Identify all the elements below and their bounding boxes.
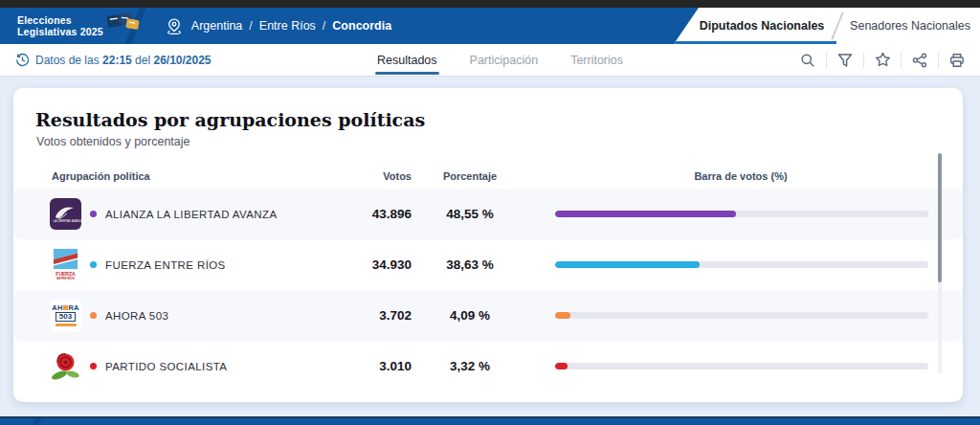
toolbar-divider	[826, 53, 827, 68]
filter-icon[interactable]	[835, 51, 855, 70]
tab-resultados[interactable]: Resultados	[375, 44, 439, 76]
breadcrumb-item-argentina[interactable]: Argentina	[191, 19, 243, 33]
view-tabs: Resultados Participación Territorios	[375, 44, 625, 76]
ballot-boxes-icon	[103, 10, 142, 34]
update-date: 26/10/2025	[153, 54, 211, 67]
table-header-row: Agrupación política Votos Porcentaje Bar…	[13, 164, 963, 189]
toolbar-actions	[798, 44, 967, 76]
party-cell: FUERZAENTRE RÍOSFUERZA ENTRE RÍOS	[29, 249, 335, 280]
svg-text:ENTRE RÍOS: ENTRE RÍOS	[56, 276, 74, 280]
column-header-agrupacion: Agrupación política	[29, 170, 335, 182]
table-row: PARTIDO SOCIALISTA3.0103,32 %	[13, 341, 963, 391]
column-header-barra: Barra de votos (%)	[669, 170, 787, 182]
breadcrumb-separator: /	[249, 19, 252, 33]
location-pin-icon	[167, 18, 182, 34]
toolbar-divider	[938, 53, 939, 68]
footer-strip	[0, 416, 980, 425]
vote-bar-fill	[555, 312, 570, 319]
main-header: Elecciones Legislativas 2025	[0, 8, 980, 44]
update-time: 22:15	[102, 54, 132, 67]
breadcrumb-item-entre-rios[interactable]: Entre Ríos	[259, 19, 316, 33]
toolbar-divider	[863, 53, 864, 68]
percentage-value: 4,09 %	[450, 308, 490, 323]
vote-bar	[555, 211, 928, 217]
votes-value: 43.896	[372, 207, 412, 221]
party-logo-fuerza-entre-rios-icon: FUERZAENTRE RÍOS	[50, 249, 81, 280]
clock-history-icon	[15, 53, 30, 67]
tab-participacion[interactable]: Participación	[468, 44, 541, 76]
party-name: FUERZA ENTRE RÍOS	[105, 259, 226, 271]
tab-diputados-nacionales[interactable]: Diputados Nacionales	[674, 8, 835, 44]
tab-diputados-label: Diputados Nacionales	[700, 19, 825, 33]
data-timestamp: Datos de las 22:15 del 26/10/2025	[15, 53, 212, 67]
table-row: AHRA503AHORA 5033.7024,09 %	[13, 290, 963, 341]
card-title: Resultados por agrupaciones políticas	[35, 109, 963, 130]
party-logo-alianza-la-libertad-avanza-icon: LA LIBERTAD AVANZA	[50, 198, 81, 230]
party-logo-ahora-503-icon: AHRA503	[50, 300, 81, 331]
party-cell: LA LIBERTAD AVANZAALIANZA LA LIBERTAD AV…	[29, 198, 335, 230]
party-name: PARTIDO SOCIALISTA	[105, 361, 227, 372]
vote-bar-fill	[555, 261, 700, 268]
results-card: Resultados por agrupaciones políticas Vo…	[13, 88, 963, 402]
percentage-value: 3,32 %	[450, 359, 490, 373]
card-subtitle: Votos obtenidos y porcentaje	[36, 135, 963, 148]
tab-senadores-nacionales[interactable]: Senadores Nacionales	[840, 8, 980, 44]
update-connector: del	[135, 54, 150, 67]
site-logo-text: Elecciones Legislativas 2025	[17, 14, 103, 38]
vote-bar-fill	[555, 211, 736, 217]
update-prefix: Datos de las	[35, 54, 100, 67]
party-cell: PARTIDO SOCIALISTA	[29, 350, 335, 382]
party-color-dot	[90, 211, 97, 217]
column-header-votos: Votos	[383, 170, 412, 182]
star-icon[interactable]	[873, 51, 892, 70]
vote-bar-fill	[555, 363, 568, 369]
party-name: ALIANZA LA LIBERTAD AVANZA	[105, 209, 278, 220]
party-name: AHORA 503	[105, 310, 168, 322]
card-scrollbar-track[interactable]	[938, 153, 942, 373]
votes-value: 3.702	[379, 308, 412, 323]
party-color-dot	[90, 363, 97, 369]
print-icon[interactable]	[947, 51, 967, 70]
vote-bar	[555, 363, 928, 369]
breadcrumb-separator: /	[323, 19, 325, 33]
breadcrumb: Argentina / Entre Ríos / Concordia	[167, 18, 391, 34]
party-cell: AHRA503AHORA 503	[29, 300, 335, 331]
vote-bar	[555, 312, 928, 319]
table-row: FUERZAENTRE RÍOSFUERZA ENTRE RÍOS34.9303…	[13, 239, 963, 290]
party-color-dot	[90, 261, 97, 268]
table-row: LA LIBERTAD AVANZAALIANZA LA LIBERTAD AV…	[13, 189, 963, 239]
card-scrollbar-thumb[interactable]	[938, 153, 942, 282]
tab-senadores-label: Senadores Nacionales	[850, 19, 970, 33]
toolbar-divider	[901, 53, 902, 68]
vote-bar	[555, 261, 928, 268]
votes-value: 3.010	[379, 359, 412, 373]
results-table-body: LA LIBERTAD AVANZAALIANZA LA LIBERTAD AV…	[13, 189, 963, 391]
search-icon[interactable]	[798, 51, 817, 70]
percentage-value: 38,63 %	[446, 257, 494, 272]
footer-diagonal	[33, 418, 42, 425]
share-icon[interactable]	[910, 51, 929, 70]
tab-territorios[interactable]: Territorios	[568, 44, 625, 76]
party-logo-partido-socialista-icon	[50, 350, 81, 382]
top-dark-strip	[0, 0, 980, 8]
svg-text:FUERZA: FUERZA	[56, 270, 76, 276]
column-header-porcentaje: Porcentaje	[443, 170, 497, 182]
chamber-tabs: Diputados Nacionales Senadores Nacionale…	[674, 8, 980, 44]
party-color-dot	[90, 312, 97, 319]
percentage-value: 48,55 %	[446, 207, 494, 221]
breadcrumb-item-concordia: Concordia	[332, 19, 391, 33]
page: Elecciones Legislativas 2025	[0, 0, 980, 425]
content-area: Resultados por agrupaciones políticas Vo…	[0, 77, 980, 416]
site-logo[interactable]: Elecciones Legislativas 2025	[17, 14, 142, 38]
votes-value: 34.930	[372, 257, 412, 272]
svg-text:LA LIBERTAD AVANZA: LA LIBERTAD AVANZA	[54, 219, 81, 223]
toolbar: Datos de las 22:15 del 26/10/2025 Result…	[0, 44, 980, 77]
